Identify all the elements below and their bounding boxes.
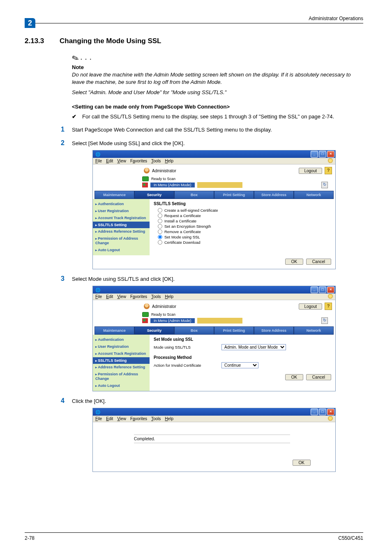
sidebar-item-user-reg-2[interactable]: User Registration <box>93 343 150 350</box>
maximize-icon-2[interactable]: □ <box>319 287 326 293</box>
tab-store-address[interactable]: Store Address <box>254 191 294 199</box>
radio-encryption-strength[interactable]: Set an Encryption Strength <box>154 224 331 229</box>
help-icon-2[interactable]: ? <box>325 303 332 310</box>
refresh-icon-2[interactable]: ↻ <box>321 317 328 324</box>
window-title-icon-3: 🌐 <box>94 410 100 414</box>
maximize-icon[interactable]: □ <box>319 151 326 157</box>
menu-file-3[interactable]: File <box>95 416 102 421</box>
tab-box-2[interactable]: Box <box>174 326 214 335</box>
radio-cert-download[interactable]: Certificate Download <box>154 240 331 245</box>
minimize-icon-3[interactable]: _ <box>311 409 318 415</box>
chapter-badge: 2 <box>25 18 35 28</box>
tab-network[interactable]: Network <box>294 191 334 199</box>
tab-security-2[interactable]: Security <box>134 326 174 335</box>
logout-button[interactable]: Logout <box>299 168 322 174</box>
menu-view-2[interactable]: View <box>117 294 126 299</box>
browser-window-2: 🌐 _ □ × File Edit View Favorites Tools H… <box>92 286 336 391</box>
tab-box[interactable]: Box <box>174 191 214 199</box>
mode-ssl-select[interactable]: Admin. Mode and User Mode <box>221 344 286 350</box>
sidebar-item-perm-address-2[interactable]: Permission of Address Change <box>93 371 150 382</box>
tab-maintenance[interactable]: Maintenance <box>95 191 134 199</box>
menu-help-2[interactable]: Help <box>165 294 173 299</box>
radio-set-mode-ssl[interactable]: Set Mode using SSL <box>154 234 331 240</box>
cancel-button-1[interactable]: Cancel <box>306 259 331 265</box>
menu-tools-2[interactable]: Tools <box>151 294 161 299</box>
menu-tools-3[interactable]: Tools <box>151 416 161 421</box>
mode-indicator <box>197 182 242 188</box>
radio-remove-cert[interactable]: Remove a Certificate <box>154 229 331 234</box>
ok-button-1[interactable]: OK <box>285 259 303 265</box>
user-icon <box>144 168 150 173</box>
menu-tools[interactable]: Tools <box>151 159 161 163</box>
help-icon[interactable]: ? <box>325 167 332 174</box>
menu-help[interactable]: Help <box>165 159 173 163</box>
minimize-icon[interactable]: _ <box>311 151 318 157</box>
sidebar-item-ssl-2[interactable]: SSL/TLS Setting <box>93 357 150 364</box>
radio-create-self-signed[interactable]: Create a self-signed Certificate <box>154 208 331 213</box>
radio-install-cert[interactable]: Install a Certificate <box>154 218 331 224</box>
panel2-title2: Processing Method <box>154 355 331 360</box>
completed-text: Completed. <box>134 435 290 443</box>
sidebar-item-perm-address[interactable]: Permission of Address Change <box>93 235 150 247</box>
invalid-cert-label: Action for Invalid Certificate <box>154 363 217 368</box>
ok-button-2[interactable]: OK <box>285 374 303 380</box>
section-number: 2.13.3 <box>25 37 60 45</box>
sidebar-item-auto-logout[interactable]: Auto Logout <box>93 247 150 254</box>
radio-request-cert[interactable]: Request a Certificate <box>154 213 331 218</box>
menu-file-2[interactable]: File <box>95 294 102 299</box>
mode-indicator-2 <box>197 318 242 324</box>
sidebar-item-address-ref-2[interactable]: Address Reference Setting <box>93 364 150 371</box>
header-label: Administrator Operations <box>309 16 363 21</box>
tab-print-setting[interactable]: Print Setting <box>214 191 254 199</box>
invalid-cert-select[interactable]: Continue <box>221 362 258 368</box>
sidebar-item-account-track[interactable]: Account Track Registration <box>93 215 150 222</box>
minimize-icon-2[interactable]: _ <box>311 287 318 293</box>
mode-flag-icon <box>142 183 148 187</box>
tab-network-2[interactable]: Network <box>294 326 334 335</box>
sidebar-item-auto-logout-2[interactable]: Auto Logout <box>93 382 150 389</box>
menu-file[interactable]: File <box>95 159 102 163</box>
menu-favorites[interactable]: Favorites <box>130 159 147 163</box>
note-label: Note <box>72 64 363 70</box>
tab-maintenance-2[interactable]: Maintenance <box>95 326 134 335</box>
menu-favorites-2[interactable]: Favorites <box>130 294 147 299</box>
close-icon[interactable]: × <box>327 151 334 157</box>
tab-print-setting-2[interactable]: Print Setting <box>214 326 254 335</box>
sidebar-item-address-ref[interactable]: Address Reference Setting <box>93 228 150 235</box>
step-4-num: 4 <box>25 397 72 405</box>
panel2-title1: Set Mode using SSL <box>154 337 331 342</box>
window-title-icon-2: 🌐 <box>94 288 100 292</box>
menu-view[interactable]: View <box>117 159 126 163</box>
menu-favorites-3[interactable]: Favorites <box>130 416 147 421</box>
menu-edit[interactable]: Edit <box>106 159 113 163</box>
browser-window-3: 🌐 _ □ × File Edit View Favorites Tools H… <box>92 408 336 472</box>
header-rule <box>25 23 363 23</box>
bullet-text: For call the SSL/TLS Setting menu to the… <box>82 113 334 120</box>
sidebar-item-authentication[interactable]: Authentication <box>93 201 150 208</box>
refresh-icon[interactable]: ↻ <box>321 182 328 188</box>
cancel-button-2[interactable]: Cancel <box>306 374 331 380</box>
menu-edit-2[interactable]: Edit <box>106 294 113 299</box>
close-icon-2[interactable]: × <box>327 287 334 293</box>
mode-pill-2: In Menu (Admin Mode) <box>150 318 195 323</box>
sidebar-item-ssl[interactable]: SSL/TLS Setting <box>93 222 150 229</box>
menu-view-3[interactable]: View <box>117 416 126 421</box>
menu-edit-3[interactable]: Edit <box>106 416 113 421</box>
menu-help-3[interactable]: Help <box>165 416 173 421</box>
step-1-num: 1 <box>25 126 72 133</box>
maximize-icon-3[interactable]: □ <box>319 409 326 415</box>
admin-label-2: Administrator <box>152 304 176 309</box>
tab-security[interactable]: Security <box>134 191 174 199</box>
sidebar-item-user-reg[interactable]: User Registration <box>93 208 150 215</box>
ie-flag-icon <box>327 158 334 164</box>
logout-button-2[interactable]: Logout <box>299 303 322 310</box>
close-icon-3[interactable]: × <box>327 409 334 415</box>
tab-store-address-2[interactable]: Store Address <box>254 326 294 335</box>
sidebar-item-account-track-2[interactable]: Account Track Registration <box>93 350 150 357</box>
admin-label: Administrator <box>152 169 176 173</box>
step-1-text: Start PageScope Web Connection and call … <box>72 126 363 134</box>
sidebar-item-authentication-2[interactable]: Authentication <box>93 336 150 343</box>
ok-button-3[interactable]: OK <box>293 460 311 466</box>
note-text-2: Select "Admin. Mode and User Mode" for "… <box>72 89 363 96</box>
step-2-text: Select [Set Mode using SSL] and click th… <box>72 140 363 147</box>
